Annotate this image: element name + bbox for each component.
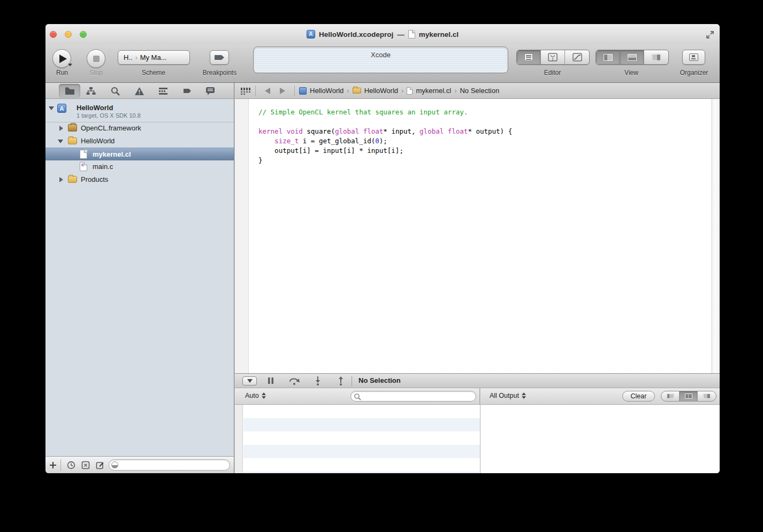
project-name: HelloWorld <box>77 104 113 112</box>
source-editor[interactable]: // Simple OpenCL kernel that squares an … <box>235 99 720 373</box>
tab-project-navigator[interactable] <box>59 84 80 98</box>
split-view-segment[interactable] <box>680 391 698 401</box>
navigator-pane-icon <box>604 54 613 61</box>
tree-row-project[interactable]: A HelloWorld 1 target, OS X SDK 10.8 <box>45 101 234 122</box>
disclosure-triangle-icon[interactable] <box>59 126 63 131</box>
breadcrumb-file[interactable]: mykernel.cl <box>407 87 451 95</box>
tab-symbol-navigator[interactable] <box>80 84 102 98</box>
project-navigator-icon <box>65 87 75 95</box>
debug-navigator-icon <box>158 87 168 95</box>
breadcrumb-group[interactable]: HelloWorld <box>353 87 398 95</box>
folder-icon <box>68 137 77 144</box>
folder-icon <box>68 176 77 183</box>
related-items-icon[interactable] <box>240 87 251 95</box>
tree-item-label: mykernel.cl <box>93 148 131 161</box>
chevron-right-icon: › <box>135 54 138 61</box>
tree-row-mykernel[interactable]: mykernel.cl <box>45 148 234 160</box>
fullscreen-icon[interactable] <box>705 30 715 40</box>
breadcrumb-label: HelloWorld <box>364 87 398 95</box>
standard-editor-segment[interactable] <box>517 50 541 64</box>
triangle-down-icon <box>247 379 253 383</box>
tab-breakpoint-navigator[interactable] <box>177 84 198 98</box>
scheme-selector[interactable]: H.. › My Ma... <box>118 50 190 65</box>
variables-view[interactable] <box>243 405 480 473</box>
clear-console-button[interactable]: Clear <box>622 391 655 402</box>
navigator-filter-field[interactable] <box>109 459 230 471</box>
desktop: A HelloWorld.xcodeproj — mykernel.cl H..… <box>0 0 763 532</box>
vertical-scrollbar[interactable] <box>711 99 720 373</box>
organizer-button[interactable] <box>682 50 705 65</box>
hide-debug-area-button[interactable] <box>242 376 257 385</box>
run-button[interactable] <box>52 49 71 68</box>
debug-bar: No Selection <box>235 373 720 388</box>
title-separator: — <box>397 30 405 38</box>
organizer-icon <box>689 53 698 61</box>
tab-issue-navigator[interactable] <box>128 84 150 98</box>
log-navigator-icon <box>205 87 215 96</box>
assistant-editor-segment[interactable] <box>541 50 565 64</box>
step-into-button[interactable] <box>313 376 323 385</box>
navigator-tab-bar <box>45 83 234 99</box>
run-dropdown-caret-icon <box>68 64 72 66</box>
debug-area-content <box>235 405 720 473</box>
tab-search-navigator[interactable] <box>104 84 126 98</box>
breadcrumb-project[interactable]: HelloWorld <box>299 87 344 95</box>
split-pane-icon <box>685 394 692 399</box>
pause-button[interactable] <box>267 376 274 385</box>
add-button[interactable] <box>49 461 57 469</box>
back-button[interactable] <box>265 88 270 94</box>
disclosure-triangle-icon[interactable] <box>59 177 63 182</box>
variables-only-segment[interactable] <box>661 391 680 401</box>
variables-search-field[interactable] <box>350 391 476 402</box>
disclosure-triangle-icon[interactable] <box>58 140 63 143</box>
console-header: All Output Clear <box>480 388 720 405</box>
framework-icon <box>68 124 77 132</box>
xcode-window: A HelloWorld.xcodeproj — mykernel.cl H..… <box>45 24 720 473</box>
title-file: mykernel.cl <box>419 30 459 38</box>
tree-row-framework[interactable]: OpenCL.framework <box>45 122 234 135</box>
activity-status-text: Xcode <box>254 51 508 59</box>
code-block[interactable]: // Simple OpenCL kernel that squares an … <box>258 107 709 165</box>
version-editor-segment[interactable] <box>565 50 589 64</box>
project-file-icon: A <box>57 104 66 113</box>
editor-area: HelloWorld › HelloWorld › mykernel.cl › … <box>235 83 720 473</box>
tree-row-products[interactable]: Products <box>45 173 234 186</box>
breadcrumb-selection[interactable]: No Selection <box>460 87 499 95</box>
editor-gutter[interactable] <box>235 99 249 373</box>
toggle-utilities-segment[interactable] <box>644 50 668 64</box>
console-scope-label: All Output <box>490 392 519 399</box>
console-only-segment[interactable] <box>698 391 716 401</box>
chevron-right-icon: › <box>401 87 403 95</box>
unsaved-files-button[interactable] <box>81 461 90 469</box>
recent-files-clock-button[interactable] <box>67 461 75 469</box>
chevron-right-icon: › <box>454 87 456 95</box>
variables-gutter <box>235 405 243 473</box>
variables-scope-popup[interactable]: Auto <box>245 392 266 399</box>
breakpoints-button[interactable] <box>210 50 229 65</box>
scheme-process-segment[interactable]: H.. <box>124 53 133 61</box>
console-scope-popup[interactable]: All Output <box>490 392 526 399</box>
debug-pane-icon <box>628 54 637 61</box>
scheme-target-segment[interactable]: My Ma... <box>140 53 167 61</box>
step-over-button[interactable] <box>288 376 300 385</box>
tree-item-label: main.c <box>93 160 113 173</box>
folder-icon <box>353 88 361 94</box>
filter-input[interactable] <box>121 460 226 469</box>
toggle-debug-area-segment[interactable] <box>620 50 644 64</box>
tree-row-group[interactable]: HelloWorld <box>45 135 234 148</box>
step-out-button[interactable] <box>336 376 346 385</box>
window-titlebar[interactable]: A HelloWorld.xcodeproj — mykernel.cl <box>45 24 720 44</box>
scm-status-button[interactable] <box>96 461 104 469</box>
disclosure-triangle-icon[interactable] <box>49 106 54 110</box>
console-output[interactable] <box>480 405 720 473</box>
variables-view-header: Auto <box>235 388 480 405</box>
breadcrumb-label: No Selection <box>460 87 499 95</box>
tree-row-main-c[interactable]: main.c <box>45 160 234 173</box>
forward-button[interactable] <box>280 88 285 94</box>
variables-search-input[interactable] <box>363 392 472 400</box>
tab-debug-navigator[interactable] <box>152 84 174 98</box>
stop-button[interactable] <box>87 49 105 68</box>
standard-editor-icon <box>524 53 533 61</box>
toggle-navigator-segment[interactable] <box>596 50 620 64</box>
tab-log-navigator[interactable] <box>200 84 221 98</box>
